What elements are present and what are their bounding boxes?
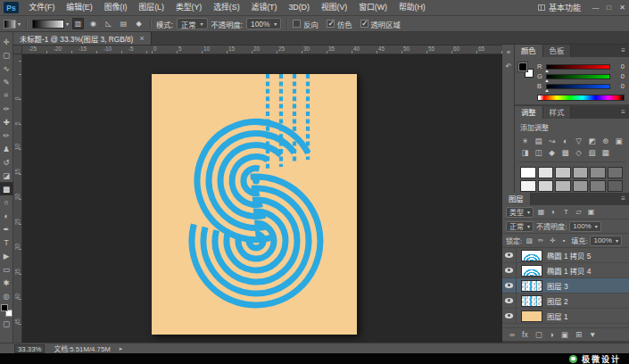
layer-row[interactable]: 图层 1 bbox=[502, 309, 629, 324]
style-swatch[interactable] bbox=[590, 167, 606, 178]
smart-object-filter-icon[interactable]: ▣ bbox=[586, 208, 596, 216]
style-swatch[interactable] bbox=[573, 167, 589, 178]
zoom-tool[interactable]: ◎ bbox=[0, 289, 13, 302]
menu-window[interactable]: 窗口(W) bbox=[353, 0, 393, 15]
style-swatch[interactable] bbox=[608, 180, 624, 192]
visibility-toggle[interactable] bbox=[502, 294, 517, 308]
eraser-tool[interactable]: ◪ bbox=[0, 169, 13, 182]
menu-image[interactable]: 图像(I) bbox=[98, 0, 133, 15]
pixel-filter-icon[interactable]: ▦ bbox=[536, 208, 546, 216]
adjustment-icon[interactable]: ▩ bbox=[559, 146, 572, 158]
layer-row[interactable]: 图层 2 bbox=[502, 294, 629, 309]
red-slider[interactable] bbox=[546, 64, 610, 70]
menu-edit[interactable]: 编辑(E) bbox=[61, 0, 98, 15]
green-slider[interactable] bbox=[546, 74, 610, 79]
adjustment-icon[interactable]: ◐ bbox=[559, 135, 572, 146]
diamond-gradient-button[interactable]: ◆ bbox=[133, 18, 145, 29]
adjustment-icon[interactable]: ◩ bbox=[585, 135, 599, 146]
panel-menu-icon[interactable]: ≡ bbox=[617, 45, 629, 57]
radial-gradient-button[interactable]: ◉ bbox=[87, 18, 99, 29]
menu-3d[interactable]: 3D(D) bbox=[283, 0, 315, 15]
adjustment-icon[interactable]: ◫ bbox=[532, 146, 545, 158]
fill-select[interactable]: 100% ▾ bbox=[590, 236, 621, 246]
layer-mask-icon[interactable]: ▢ bbox=[535, 330, 542, 339]
zoom-level-field[interactable]: 33.33% bbox=[14, 344, 45, 353]
opacity-select[interactable]: 100% ▾ bbox=[246, 18, 281, 29]
tab-swatches[interactable]: 色板 bbox=[543, 45, 572, 57]
adjustment-layer-icon[interactable]: ◑ bbox=[550, 330, 554, 339]
healing-brush-tool[interactable]: ✚ bbox=[0, 115, 13, 128]
color-swatch-pair[interactable] bbox=[518, 62, 534, 78]
tab-color[interactable]: 颜色 bbox=[515, 45, 543, 57]
layer-thumbnail[interactable] bbox=[521, 280, 542, 292]
ruler-origin-corner[interactable] bbox=[13, 46, 22, 54]
history-panel-icon[interactable]: ↶ bbox=[502, 59, 515, 73]
adjustment-icon[interactable]: ⊛ bbox=[599, 135, 612, 146]
canvas-area[interactable] bbox=[22, 54, 502, 343]
transparency-checkbox[interactable]: 透明区域 bbox=[360, 19, 401, 29]
lock-pixels-icon[interactable]: ✏ bbox=[536, 236, 545, 244]
layer-thumbnail[interactable] bbox=[521, 310, 542, 322]
clone-stamp-tool[interactable]: ♟ bbox=[0, 142, 13, 155]
style-swatch[interactable] bbox=[538, 167, 554, 178]
visibility-toggle[interactable] bbox=[502, 263, 517, 277]
reflected-gradient-button[interactable]: ▤ bbox=[118, 18, 129, 29]
adjustment-icon[interactable]: ▦ bbox=[599, 146, 612, 158]
adjustment-icon[interactable]: ↝ bbox=[545, 135, 559, 146]
close-button[interactable]: ✕ bbox=[616, 4, 629, 12]
crop-tool[interactable]: ⌗ bbox=[0, 88, 13, 102]
linear-gradient-button[interactable]: ▥ bbox=[72, 18, 84, 29]
gradient-picker[interactable]: ▾ bbox=[32, 20, 69, 29]
layer-opacity-select[interactable]: 100% ▾ bbox=[569, 221, 600, 232]
foreground-color-swatch[interactable] bbox=[1, 304, 8, 311]
style-swatch[interactable] bbox=[520, 167, 536, 178]
blue-slider[interactable] bbox=[546, 84, 610, 89]
color-spectrum-ramp[interactable] bbox=[537, 95, 625, 101]
style-swatch[interactable] bbox=[608, 167, 624, 178]
lock-position-icon[interactable]: ✛ bbox=[548, 236, 557, 244]
blur-tool[interactable]: ○ bbox=[0, 195, 13, 209]
pen-tool[interactable]: ✒ bbox=[0, 222, 13, 236]
menu-type[interactable]: 类型(Y) bbox=[170, 0, 207, 15]
layer-group-icon[interactable]: ▣ bbox=[561, 330, 568, 339]
visibility-toggle[interactable] bbox=[502, 309, 517, 323]
panel-menu-icon[interactable]: ≡ bbox=[617, 193, 629, 205]
dither-checkbox[interactable]: 仿色 bbox=[327, 19, 352, 29]
menu-view[interactable]: 视图(V) bbox=[315, 0, 352, 15]
path-select-tool[interactable]: ▶ bbox=[0, 249, 13, 262]
workspace-switcher[interactable]: 基本功能 bbox=[530, 2, 589, 13]
menu-file[interactable]: 文件(F) bbox=[23, 0, 61, 15]
reverse-checkbox[interactable]: 反向 bbox=[293, 19, 319, 29]
visibility-toggle[interactable] bbox=[502, 248, 517, 262]
delete-layer-icon[interactable]: ▼ bbox=[589, 330, 596, 339]
hand-tool[interactable]: ✱ bbox=[0, 276, 13, 289]
adjustment-icon[interactable]: ◇ bbox=[572, 146, 585, 158]
adjustment-icon[interactable]: ◨ bbox=[518, 146, 532, 158]
menu-filter[interactable]: 滤镜(T) bbox=[245, 0, 283, 15]
slider-handle[interactable] bbox=[545, 89, 549, 92]
move-tool[interactable]: ✛ bbox=[0, 35, 13, 48]
layer-row[interactable]: 椭圆 1 拷贝 5 bbox=[502, 248, 629, 263]
type-tool[interactable]: T bbox=[0, 236, 13, 249]
angle-gradient-button[interactable]: ◺ bbox=[103, 18, 114, 29]
foreground-background-swatches[interactable] bbox=[1, 304, 12, 317]
minimize-button[interactable]: — bbox=[589, 4, 602, 12]
style-swatch[interactable] bbox=[520, 180, 536, 192]
close-tab-icon[interactable]: × bbox=[139, 34, 144, 43]
style-swatch[interactable] bbox=[538, 180, 554, 192]
shape-tool[interactable]: ▭ bbox=[0, 262, 13, 276]
menu-select[interactable]: 选择(S) bbox=[208, 0, 245, 15]
menu-help[interactable]: 帮助(H) bbox=[393, 0, 431, 15]
blend-mode-select[interactable]: 正常 ▾ bbox=[177, 18, 208, 29]
status-arrow-icon[interactable]: ▸ bbox=[120, 345, 123, 352]
layer-blend-mode-select[interactable]: 正常 ▾ bbox=[506, 221, 534, 232]
slider-handle[interactable] bbox=[545, 70, 549, 72]
link-layers-icon[interactable]: ∞ bbox=[509, 330, 515, 339]
horizontal-ruler[interactable]: -25-20-15-10-505101520253035404550556065 bbox=[22, 46, 502, 54]
dodge-tool[interactable]: ◐ bbox=[0, 209, 13, 222]
vertical-ruler[interactable]: 05101520253035404550 bbox=[13, 54, 22, 343]
tab-adjustments[interactable]: 调整 bbox=[515, 106, 543, 119]
new-layer-icon[interactable]: ⊞ bbox=[575, 330, 582, 339]
adjustment-icon[interactable]: ▧ bbox=[585, 146, 599, 158]
visibility-toggle[interactable] bbox=[502, 278, 517, 293]
